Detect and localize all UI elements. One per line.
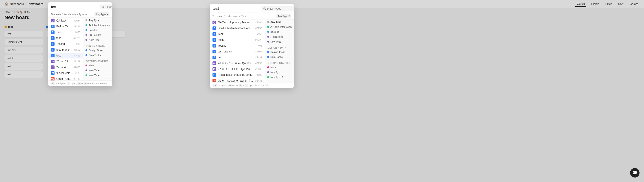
type-dot [86, 24, 87, 26]
type-filter-new-type-1-right[interactable]: New Type 1 [265, 75, 294, 80]
item-id: #199 [75, 72, 80, 74]
kbd-cmd-r: ⌘ [239, 84, 242, 87]
type-dot [267, 66, 269, 68]
item-text: test_branch [218, 50, 253, 53]
popup-left-filter-box: 🔍 [100, 4, 112, 9]
list-item[interactable]: 27 27 Jul 4 → Jul 11 - QA Task - Updatin… [48, 64, 83, 70]
item-id: #2725 [255, 38, 262, 41]
item-text: QA Task - Updating Testim.io tests in or… [218, 21, 253, 24]
list-item[interactable]: T Test #650 [48, 29, 83, 35]
type-filter-new-type-1[interactable]: New Type 1 [83, 73, 112, 78]
list-item[interactable]: T test5 #2725 [210, 37, 265, 43]
item-text: Test [218, 32, 255, 36]
list-item[interactable]: FT "Fecal tests" should be singular ("Fe… [210, 72, 265, 78]
item-icon: T [51, 48, 54, 51]
type-filter-backlog[interactable]: Backlog [83, 27, 112, 32]
type-filter-meta-right[interactable]: Meta [265, 65, 294, 70]
type-filter-new-type[interactable]: New Type [83, 37, 112, 42]
list-item[interactable]: 26 26 Jun 27 → Jul 4 - QA Task - Updatin… [48, 58, 83, 64]
type-filter-data-tasks[interactable]: Data Tasks [83, 53, 112, 58]
type-filter-any[interactable]: Any Type [83, 18, 112, 23]
list-item[interactable]: OC Other - Customer facing - Testing cha… [210, 78, 265, 82]
type-label: New Type [270, 40, 282, 43]
type-label: Backlog [89, 29, 98, 31]
item-id: #2084 [74, 19, 80, 22]
list-item[interactable]: 27 27 Jul 4 → Jul 11 - QA Task - Updatin… [210, 66, 265, 72]
item-icon: T [51, 54, 54, 57]
list-item[interactable]: T test #4491 [210, 54, 265, 60]
chevron-any-type-right: ▾ [288, 14, 290, 17]
item-icon: T [212, 44, 216, 47]
any-type-badge[interactable]: Any Type ▾ [94, 12, 110, 16]
kbd-enter-2: ↵ [84, 82, 86, 85]
popup-left-search-input[interactable] [51, 5, 98, 9]
type-filter-design-tasks[interactable]: Design Tasks [83, 48, 112, 53]
type-filter-meta[interactable]: Meta [83, 63, 112, 68]
list-item[interactable]: 26 26 Jun 27 → Jul 4 - QA Task - Updatin… [210, 60, 265, 66]
kbd-enter-r2: ↵ [245, 84, 248, 87]
list-item[interactable]: T Testing #96 [48, 41, 83, 47]
item-id: #650 [75, 31, 80, 34]
list-item[interactable]: Q QA Task - Updating Testim.io tests in … [210, 19, 265, 25]
popup-left-footer: ↑↓ navigate, ↵ open, ⌘ + ↵ open in a new… [48, 80, 112, 86]
chat-fab[interactable]: 💬 [630, 168, 640, 178]
type-dot [267, 21, 269, 23]
type-label: Meta [89, 64, 94, 67]
item-id: #199 [257, 73, 262, 76]
type-filter-fr-backlog-right[interactable]: FR Backlog [265, 34, 294, 39]
any-type-badge-right[interactable]: Any Type ▾ [276, 14, 291, 18]
popup-right-filter-input[interactable] [267, 7, 294, 10]
popup-right-footer: ↑↓ navigate, ↵ open, ⌘ + ↵ open in a new… [210, 82, 294, 88]
item-text: test_branch [56, 48, 72, 51]
item-text: "Fecal tests" should be singular ("Fecal… [218, 73, 255, 76]
type-filter-new-type-right[interactable]: New Type [265, 39, 294, 44]
type-label: Design Tasks [270, 51, 285, 53]
type-filter-new-type-2[interactable]: New Type [83, 68, 112, 73]
section-label: OKR [83, 79, 112, 80]
item-text: Other - Customer facing - Testing channe… [218, 79, 253, 82]
type-dot [86, 69, 87, 71]
type-filter-design-tasks-right[interactable]: Design Tasks [265, 49, 294, 54]
type-filter-new-type-r2[interactable]: New Type [265, 70, 294, 75]
type-dot [86, 74, 87, 76]
type-label: New Type 1 [270, 76, 284, 78]
type-label: AirTable Integration [270, 25, 292, 28]
popup-right-columns: Q QA Task - Updating Testim.io tests in … [210, 19, 294, 82]
list-item[interactable]: B Build a Testim test for Home Bundle di… [48, 23, 83, 29]
type-filter-airtable-right[interactable]: AirTable Integration [265, 24, 294, 29]
popup-left-filter-input[interactable] [106, 5, 112, 8]
list-item-highlighted[interactable]: T test #4491 [48, 53, 83, 58]
type-label: New Type 1 [89, 74, 102, 77]
list-item[interactable]: T test_branch #7502 [48, 47, 83, 53]
type-filter-airtable[interactable]: AirTable Integration [83, 23, 112, 27]
type-filter-data-tasks-right[interactable]: Data Tasks [265, 54, 294, 59]
footer-text-left: ↑↓ navigate, ↵ open, ⌘ + ↵ open in a new… [51, 82, 107, 85]
list-item[interactable]: OC Other - Customer facing - Testing cha… [48, 76, 83, 80]
type-dot [267, 51, 269, 53]
divider [265, 60, 294, 60]
section-label: Getting Started [265, 60, 294, 65]
item-id: #96 [258, 44, 262, 47]
list-item[interactable]: T test5 #2725 [48, 35, 83, 41]
item-id: #7502 [255, 50, 262, 53]
item-icon: T [51, 36, 54, 40]
type-label: Any Type [89, 19, 100, 21]
list-item[interactable]: B Build a Testim test for Home Bundle di… [210, 25, 265, 31]
type-filter-any-right[interactable]: Any Type [265, 19, 294, 24]
type-filter-backlog-right[interactable]: Backlog [265, 29, 294, 34]
type-dot [86, 34, 87, 36]
popup-right-search-input[interactable] [212, 7, 260, 11]
popup-right-search-row: 🔍 ✕ [212, 6, 291, 11]
help-icon-right: ? [224, 15, 225, 17]
list-item[interactable]: T Test #650 [210, 31, 265, 37]
footer-text-right: ↑↓ navigate, ↵ open, ⌘ + ↵ open in a new… [212, 84, 268, 87]
list-item[interactable]: T test_branch #7502 [210, 49, 265, 54]
list-item[interactable]: T Testing #96 [210, 43, 265, 49]
list-item[interactable]: FT "Fecal tests" should be singular ("Fe… [48, 70, 83, 76]
popup-left-search-row: 🔍 ✕ [51, 4, 110, 9]
type-dot [267, 76, 269, 78]
section-label: Design N Data [83, 43, 112, 48]
list-item[interactable]: Q QA Task - Updating Testim.io tests in … [48, 18, 83, 23]
type-filter-fr-backlog[interactable]: FR Backlog [83, 32, 112, 37]
item-id: #2448 [255, 79, 262, 82]
